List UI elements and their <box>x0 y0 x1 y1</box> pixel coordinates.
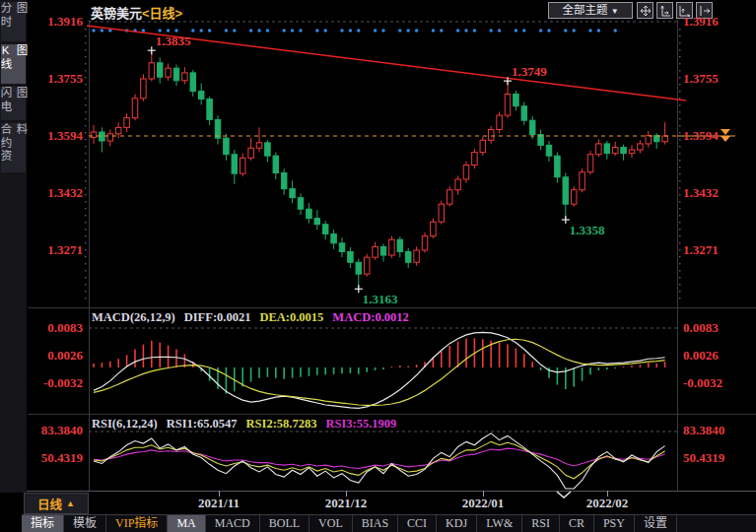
rsi3-value: RSI3:55.1909 <box>325 417 396 431</box>
indicator-toolbar: 指标模板VIP指标MAMACDBOLLVOLBIASCCIKDJLW&RSICR… <box>22 514 756 532</box>
toolbar-item-rsi[interactable]: RSI <box>522 515 560 532</box>
rsi-header: RSI(6,12,24)RSI1:65.0547RSI2:58.7283RSI3… <box>92 417 405 432</box>
panel-collapse-chevron-icon[interactable] <box>557 492 571 498</box>
sidebar-tab-flash-chart[interactable]: 闪电图 <box>1 87 26 120</box>
sidebar-tab-time-chart[interactable]: 分时图 <box>1 2 26 41</box>
toolbar-item-bias[interactable]: BIAS <box>353 515 398 532</box>
rsi-ytick-right: 50.4319 <box>683 450 724 466</box>
price-ytick-left: 1.3271 <box>32 242 83 258</box>
theme-dropdown[interactable]: 全部主题 ▼ <box>548 2 633 19</box>
toolbar-item-boll[interactable]: BOLL <box>260 515 309 532</box>
macd-ytick-left: -0.0032 <box>32 375 83 391</box>
xaxis-label: 2021/11 <box>184 496 253 511</box>
toolbtn-scale-y[interactable] <box>656 2 673 19</box>
rsi1-value: RSI1:65.0547 <box>167 417 238 431</box>
sidebar: 分时图K线图闪电图合约资料 <box>0 0 27 493</box>
price-ytick-left: 1.3755 <box>32 71 83 87</box>
sidebar-tab-contract-info[interactable]: 合约资料 <box>1 123 26 172</box>
toolbar-item-cci[interactable]: CCI <box>398 515 437 532</box>
toolbar-item-kdj[interactable]: KDJ <box>437 515 477 532</box>
toolbar-item--[interactable]: 设置 <box>635 515 677 532</box>
chart-canvas[interactable] <box>0 0 756 532</box>
macd-ytick-left: 0.0083 <box>32 320 83 336</box>
macd-ytick-right: 0.0083 <box>683 320 719 336</box>
macd-diff-value: DIFF:0.0021 <box>184 310 251 324</box>
price-ytick-right: 1.3432 <box>683 185 719 201</box>
period-tab-label: 日线 <box>37 495 62 513</box>
price-ytick-right: 1.3755 <box>683 71 719 87</box>
xaxis-label: 2022/01 <box>448 496 517 511</box>
toolbar-item-vip-[interactable]: VIP指标 <box>106 515 168 532</box>
xaxis-label: 2022/02 <box>573 496 642 511</box>
sidebar-tab-candle-chart[interactable]: K线图 <box>1 44 26 84</box>
macd-ytick-right: -0.0032 <box>683 375 722 391</box>
rsi-ytick-right: 83.3840 <box>683 423 724 438</box>
toolbar-item-ma[interactable]: MA <box>168 515 205 532</box>
price-ytick-right: 1.3916 <box>683 14 719 30</box>
toolbar-item--[interactable]: 模板 <box>64 515 106 532</box>
trading-app-window: 分时图K线图闪电图合约资料 英镑美元<日线> 全部主题 ▼ MACD(26,12… <box>0 0 756 532</box>
macd-dea-value: DEA:0.0015 <box>259 310 323 324</box>
scale-y-icon <box>659 5 671 17</box>
period-tab-daily[interactable]: 日线 ▲ <box>24 493 89 514</box>
price-ytick-left: 1.3594 <box>32 128 83 144</box>
rsi-title: RSI(6,12,24) <box>92 417 158 431</box>
price-annotation: 1.3358 <box>570 223 605 238</box>
price-ytick-right: 1.3594 <box>683 128 719 144</box>
symbol-name: 英镑美元 <box>91 6 142 21</box>
toolbar-item-cr[interactable]: CR <box>560 515 594 532</box>
xaxis-label: 2021/12 <box>311 496 380 511</box>
rsi-ytick-left: 50.4319 <box>32 450 83 466</box>
triangle-up-icon: ▲ <box>66 499 75 508</box>
price-annotation: 1.3163 <box>363 292 398 307</box>
toolbar-item-macd[interactable]: MACD <box>206 515 260 532</box>
macd-title: MACD(26,12,9) <box>92 310 175 324</box>
theme-dropdown-label: 全部主题 <box>562 4 607 16</box>
toolbar-item-vol[interactable]: VOL <box>309 515 353 532</box>
macd-ytick-left: 0.0026 <box>32 348 83 364</box>
macd-header: MACD(26,12,9)DIFF:0.0021DEA:0.0015MACD:0… <box>92 310 418 325</box>
period-tag: <日线> <box>142 6 182 21</box>
price-ytick-right: 1.3271 <box>683 242 719 258</box>
rsi2-value: RSI2:58.7283 <box>246 417 317 431</box>
macd-macd-value: MACD:0.0012 <box>332 310 408 324</box>
toolbar-item-lw-[interactable]: LW& <box>477 515 522 532</box>
chevron-down-icon: ▼ <box>611 7 619 16</box>
rsi-ytick-left: 83.3840 <box>32 423 83 438</box>
price-annotation: 1.3835 <box>156 33 191 49</box>
toolbar-item--[interactable]: 指标 <box>22 515 64 532</box>
page-title: 英镑美元<日线> <box>91 3 182 22</box>
price-ytick-left: 1.3432 <box>32 185 83 201</box>
toolbar-item-psy[interactable]: PSY <box>594 515 635 532</box>
pan-icon <box>640 5 652 17</box>
toolbtn-pan[interactable] <box>637 2 653 19</box>
price-ytick-left: 1.3916 <box>32 14 83 30</box>
price-annotation: 1.3749 <box>512 64 547 80</box>
macd-ytick-right: 0.0026 <box>683 348 719 364</box>
